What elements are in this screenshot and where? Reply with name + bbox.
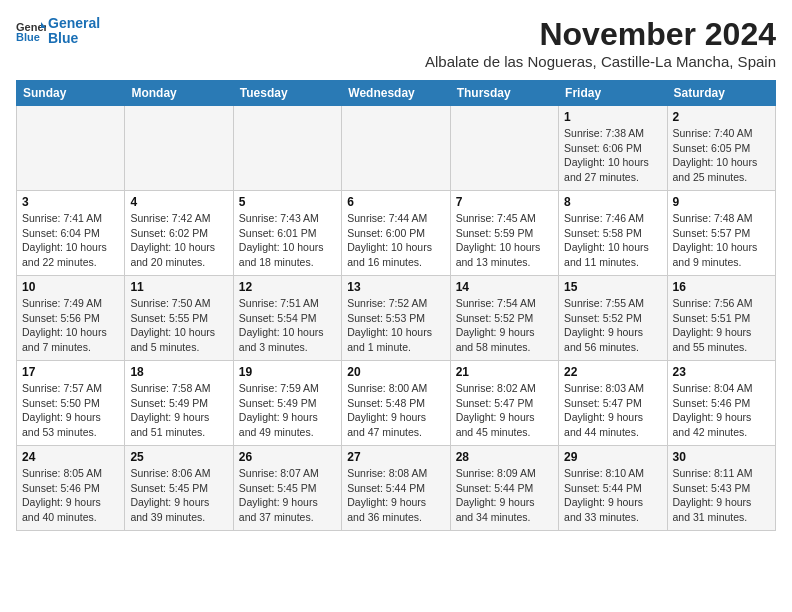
day-number: 23 — [673, 365, 770, 379]
day-info: Sunrise: 7:59 AM Sunset: 5:49 PM Dayligh… — [239, 381, 336, 440]
calendar-cell: 16Sunrise: 7:56 AM Sunset: 5:51 PM Dayli… — [667, 276, 775, 361]
calendar-cell: 24Sunrise: 8:05 AM Sunset: 5:46 PM Dayli… — [17, 446, 125, 531]
calendar-cell: 25Sunrise: 8:06 AM Sunset: 5:45 PM Dayli… — [125, 446, 233, 531]
day-info: Sunrise: 7:48 AM Sunset: 5:57 PM Dayligh… — [673, 211, 770, 270]
day-number: 21 — [456, 365, 553, 379]
calendar-cell: 23Sunrise: 8:04 AM Sunset: 5:46 PM Dayli… — [667, 361, 775, 446]
title-area: November 2024 Albalate de las Nogueras, … — [425, 16, 776, 70]
day-info: Sunrise: 7:45 AM Sunset: 5:59 PM Dayligh… — [456, 211, 553, 270]
calendar-cell: 28Sunrise: 8:09 AM Sunset: 5:44 PM Dayli… — [450, 446, 558, 531]
calendar-cell: 21Sunrise: 8:02 AM Sunset: 5:47 PM Dayli… — [450, 361, 558, 446]
day-number: 27 — [347, 450, 444, 464]
calendar-header: SundayMondayTuesdayWednesdayThursdayFrid… — [17, 81, 776, 106]
calendar-cell: 17Sunrise: 7:57 AM Sunset: 5:50 PM Dayli… — [17, 361, 125, 446]
weekday-header-saturday: Saturday — [667, 81, 775, 106]
calendar-week-row: 24Sunrise: 8:05 AM Sunset: 5:46 PM Dayli… — [17, 446, 776, 531]
day-number: 13 — [347, 280, 444, 294]
day-info: Sunrise: 7:44 AM Sunset: 6:00 PM Dayligh… — [347, 211, 444, 270]
calendar-cell — [125, 106, 233, 191]
day-number: 17 — [22, 365, 119, 379]
calendar-cell: 29Sunrise: 8:10 AM Sunset: 5:44 PM Dayli… — [559, 446, 667, 531]
weekday-header-friday: Friday — [559, 81, 667, 106]
day-number: 5 — [239, 195, 336, 209]
logo: General Blue GeneralBlue — [16, 16, 100, 47]
day-info: Sunrise: 7:51 AM Sunset: 5:54 PM Dayligh… — [239, 296, 336, 355]
day-number: 15 — [564, 280, 661, 294]
day-number: 22 — [564, 365, 661, 379]
day-info: Sunrise: 8:07 AM Sunset: 5:45 PM Dayligh… — [239, 466, 336, 525]
calendar-cell — [342, 106, 450, 191]
calendar-cell: 18Sunrise: 7:58 AM Sunset: 5:49 PM Dayli… — [125, 361, 233, 446]
day-number: 14 — [456, 280, 553, 294]
day-info: Sunrise: 7:49 AM Sunset: 5:56 PM Dayligh… — [22, 296, 119, 355]
calendar-cell: 3Sunrise: 7:41 AM Sunset: 6:04 PM Daylig… — [17, 191, 125, 276]
calendar-cell: 9Sunrise: 7:48 AM Sunset: 5:57 PM Daylig… — [667, 191, 775, 276]
day-number: 9 — [673, 195, 770, 209]
day-info: Sunrise: 8:00 AM Sunset: 5:48 PM Dayligh… — [347, 381, 444, 440]
calendar-cell: 19Sunrise: 7:59 AM Sunset: 5:49 PM Dayli… — [233, 361, 341, 446]
calendar-cell: 15Sunrise: 7:55 AM Sunset: 5:52 PM Dayli… — [559, 276, 667, 361]
location-title: Albalate de las Nogueras, Castille-La Ma… — [425, 53, 776, 70]
day-number: 18 — [130, 365, 227, 379]
day-number: 3 — [22, 195, 119, 209]
calendar-cell: 20Sunrise: 8:00 AM Sunset: 5:48 PM Dayli… — [342, 361, 450, 446]
day-number: 28 — [456, 450, 553, 464]
calendar-cell — [233, 106, 341, 191]
calendar-cell — [450, 106, 558, 191]
weekday-header-tuesday: Tuesday — [233, 81, 341, 106]
day-info: Sunrise: 8:04 AM Sunset: 5:46 PM Dayligh… — [673, 381, 770, 440]
calendar-week-row: 10Sunrise: 7:49 AM Sunset: 5:56 PM Dayli… — [17, 276, 776, 361]
calendar-cell: 30Sunrise: 8:11 AM Sunset: 5:43 PM Dayli… — [667, 446, 775, 531]
calendar-cell: 14Sunrise: 7:54 AM Sunset: 5:52 PM Dayli… — [450, 276, 558, 361]
day-number: 2 — [673, 110, 770, 124]
day-number: 6 — [347, 195, 444, 209]
day-number: 30 — [673, 450, 770, 464]
calendar-body: 1Sunrise: 7:38 AM Sunset: 6:06 PM Daylig… — [17, 106, 776, 531]
weekday-header-thursday: Thursday — [450, 81, 558, 106]
day-info: Sunrise: 7:55 AM Sunset: 5:52 PM Dayligh… — [564, 296, 661, 355]
day-info: Sunrise: 8:09 AM Sunset: 5:44 PM Dayligh… — [456, 466, 553, 525]
day-info: Sunrise: 7:43 AM Sunset: 6:01 PM Dayligh… — [239, 211, 336, 270]
day-number: 11 — [130, 280, 227, 294]
calendar-cell: 1Sunrise: 7:38 AM Sunset: 6:06 PM Daylig… — [559, 106, 667, 191]
day-info: Sunrise: 7:52 AM Sunset: 5:53 PM Dayligh… — [347, 296, 444, 355]
day-number: 7 — [456, 195, 553, 209]
calendar-cell: 13Sunrise: 7:52 AM Sunset: 5:53 PM Dayli… — [342, 276, 450, 361]
logo-icon: General Blue — [16, 20, 46, 42]
day-info: Sunrise: 8:05 AM Sunset: 5:46 PM Dayligh… — [22, 466, 119, 525]
day-info: Sunrise: 7:46 AM Sunset: 5:58 PM Dayligh… — [564, 211, 661, 270]
weekday-header-monday: Monday — [125, 81, 233, 106]
calendar-table: SundayMondayTuesdayWednesdayThursdayFrid… — [16, 80, 776, 531]
weekday-header-row: SundayMondayTuesdayWednesdayThursdayFrid… — [17, 81, 776, 106]
calendar-cell: 5Sunrise: 7:43 AM Sunset: 6:01 PM Daylig… — [233, 191, 341, 276]
calendar-cell: 8Sunrise: 7:46 AM Sunset: 5:58 PM Daylig… — [559, 191, 667, 276]
day-info: Sunrise: 7:58 AM Sunset: 5:49 PM Dayligh… — [130, 381, 227, 440]
calendar-cell: 2Sunrise: 7:40 AM Sunset: 6:05 PM Daylig… — [667, 106, 775, 191]
day-number: 16 — [673, 280, 770, 294]
weekday-header-sunday: Sunday — [17, 81, 125, 106]
calendar-cell: 6Sunrise: 7:44 AM Sunset: 6:00 PM Daylig… — [342, 191, 450, 276]
day-info: Sunrise: 7:38 AM Sunset: 6:06 PM Dayligh… — [564, 126, 661, 185]
calendar-cell: 4Sunrise: 7:42 AM Sunset: 6:02 PM Daylig… — [125, 191, 233, 276]
day-info: Sunrise: 8:06 AM Sunset: 5:45 PM Dayligh… — [130, 466, 227, 525]
day-info: Sunrise: 7:57 AM Sunset: 5:50 PM Dayligh… — [22, 381, 119, 440]
calendar-week-row: 3Sunrise: 7:41 AM Sunset: 6:04 PM Daylig… — [17, 191, 776, 276]
calendar-cell: 27Sunrise: 8:08 AM Sunset: 5:44 PM Dayli… — [342, 446, 450, 531]
calendar-cell: 12Sunrise: 7:51 AM Sunset: 5:54 PM Dayli… — [233, 276, 341, 361]
day-info: Sunrise: 7:56 AM Sunset: 5:51 PM Dayligh… — [673, 296, 770, 355]
day-info: Sunrise: 8:11 AM Sunset: 5:43 PM Dayligh… — [673, 466, 770, 525]
day-info: Sunrise: 7:41 AM Sunset: 6:04 PM Dayligh… — [22, 211, 119, 270]
calendar-week-row: 17Sunrise: 7:57 AM Sunset: 5:50 PM Dayli… — [17, 361, 776, 446]
day-number: 8 — [564, 195, 661, 209]
svg-text:Blue: Blue — [16, 31, 40, 42]
day-info: Sunrise: 7:42 AM Sunset: 6:02 PM Dayligh… — [130, 211, 227, 270]
day-info: Sunrise: 8:08 AM Sunset: 5:44 PM Dayligh… — [347, 466, 444, 525]
day-number: 20 — [347, 365, 444, 379]
day-info: Sunrise: 8:10 AM Sunset: 5:44 PM Dayligh… — [564, 466, 661, 525]
calendar-cell: 7Sunrise: 7:45 AM Sunset: 5:59 PM Daylig… — [450, 191, 558, 276]
weekday-header-wednesday: Wednesday — [342, 81, 450, 106]
calendar-cell: 26Sunrise: 8:07 AM Sunset: 5:45 PM Dayli… — [233, 446, 341, 531]
calendar-cell: 10Sunrise: 7:49 AM Sunset: 5:56 PM Dayli… — [17, 276, 125, 361]
day-info: Sunrise: 7:40 AM Sunset: 6:05 PM Dayligh… — [673, 126, 770, 185]
calendar-week-row: 1Sunrise: 7:38 AM Sunset: 6:06 PM Daylig… — [17, 106, 776, 191]
